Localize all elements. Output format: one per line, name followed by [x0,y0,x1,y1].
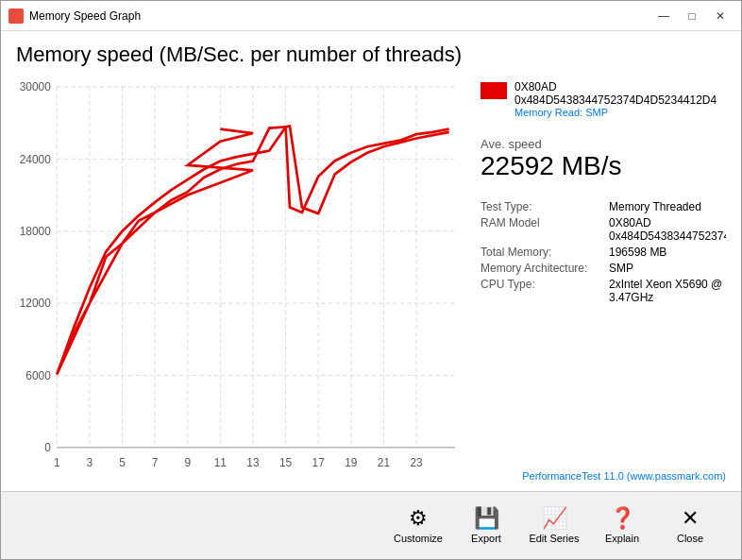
svg-text:9: 9 [184,455,191,468]
info-value: 2xIntel Xeon X5690 @ 3.47GHz [609,278,726,304]
info-table: Test Type:Memory ThreadedRAM Model0X80AD… [481,200,726,307]
toolbar-btn-label: Explain [605,533,639,544]
svg-text:13: 13 [246,455,260,468]
app-icon [8,8,24,24]
toolbar-close-button[interactable]: ✕Close [658,498,722,554]
window-controls: — □ ✕ [650,6,734,26]
info-label: Test Type: [481,200,603,213]
toolbar-btn-label: Customize [394,533,443,544]
svg-text:17: 17 [312,455,326,468]
legend-name: 0X80AD 0x484D5438344752374D4D5234412D4 [514,80,726,107]
svg-text:0: 0 [44,441,51,454]
toolbar-customize-button[interactable]: ⚙Customize [386,498,450,554]
legend-color-swatch [481,82,507,99]
edit series-icon: 📈 [542,508,567,529]
svg-text:21: 21 [378,455,391,468]
window-title: Memory Speed Graph [29,9,650,23]
info-value: 0X80AD 0x484D5438344752374D4D5 [609,216,726,243]
toolbar-explain-button[interactable]: ❓Explain [590,498,654,554]
svg-text:3: 3 [87,455,93,468]
chart-container: 30000 24000 18000 12000 6000 0 1 3 5 7 9… [16,76,465,484]
info-row: Memory Architecture:SMP [481,262,726,275]
legend-item: 0X80AD 0x484D5438344752374D4D5234412D4 M… [481,80,726,118]
ave-speed-label: Ave. speed [481,137,726,151]
toolbar-btn-label: Close [677,533,703,544]
info-row: RAM Model0X80AD 0x484D5438344752374D4D5 [481,216,726,243]
svg-rect-36 [481,82,507,99]
svg-text:15: 15 [279,455,293,468]
info-label: RAM Model [481,216,603,243]
toolbar-btn-label: Edit Series [529,533,579,544]
svg-text:24000: 24000 [20,153,51,166]
svg-text:6000: 6000 [25,369,51,382]
chart-svg-wrap: 30000 24000 18000 12000 6000 0 1 3 5 7 9… [16,76,465,484]
maximize-button[interactable]: □ [679,6,705,26]
info-row: CPU Type:2xIntel Xeon X5690 @ 3.47GHz [481,278,726,304]
legend-subtext: Memory Read: SMP [514,107,726,118]
svg-text:12000: 12000 [20,297,51,310]
passmark-credit: PerformanceTest 11.0 (www.passmark.com) [481,470,726,484]
window: Memory Speed Graph — □ ✕ Memory speed (M… [0,0,742,560]
ave-speed-value: 22592 MB/s [481,151,726,181]
svg-text:7: 7 [152,455,159,468]
close-icon: ✕ [682,508,699,529]
minimize-button[interactable]: — [650,6,677,26]
right-panel: 0X80AD 0x484D5438344752374D4D5234412D4 M… [481,76,726,484]
ave-speed-section: Ave. speed 22592 MB/s [481,129,726,181]
main-content: Memory speed (MB/Sec. per number of thre… [1,31,741,491]
toolbar-btn-label: Export [471,533,501,544]
info-label: CPU Type: [481,278,603,304]
titlebar: Memory Speed Graph — □ ✕ [1,1,741,31]
chart-title: Memory speed (MB/Sec. per number of thre… [16,42,726,67]
chart-svg: 30000 24000 18000 12000 6000 0 1 3 5 7 9… [16,76,465,484]
info-value: SMP [609,262,633,275]
svg-text:11: 11 [214,455,228,468]
info-value: 196598 MB [609,246,666,259]
explain-icon: ❓ [610,508,635,529]
info-value: Memory Threaded [609,200,701,213]
info-label: Memory Architecture: [481,262,603,275]
export-icon: 💾 [474,508,499,529]
svg-text:23: 23 [410,455,423,468]
info-row: Test Type:Memory Threaded [481,200,726,213]
customize-icon: ⚙ [409,508,428,529]
toolbar-export-button[interactable]: 💾Export [454,498,518,554]
chart-line [57,127,448,374]
info-label: Total Memory: [481,246,603,259]
info-row: Total Memory:196598 MB [481,246,726,259]
svg-text:1: 1 [54,455,60,468]
toolbar: ⚙Customize💾Export📈Edit Series❓Explain✕Cl… [1,491,741,559]
toolbar-edit-series-button[interactable]: 📈Edit Series [522,498,586,554]
chart-area: 30000 24000 18000 12000 6000 0 1 3 5 7 9… [16,76,726,484]
svg-text:19: 19 [345,455,358,468]
svg-text:18000: 18000 [20,225,51,238]
svg-text:30000: 30000 [20,80,51,93]
close-window-button[interactable]: ✕ [707,6,734,26]
svg-text:5: 5 [119,455,126,468]
